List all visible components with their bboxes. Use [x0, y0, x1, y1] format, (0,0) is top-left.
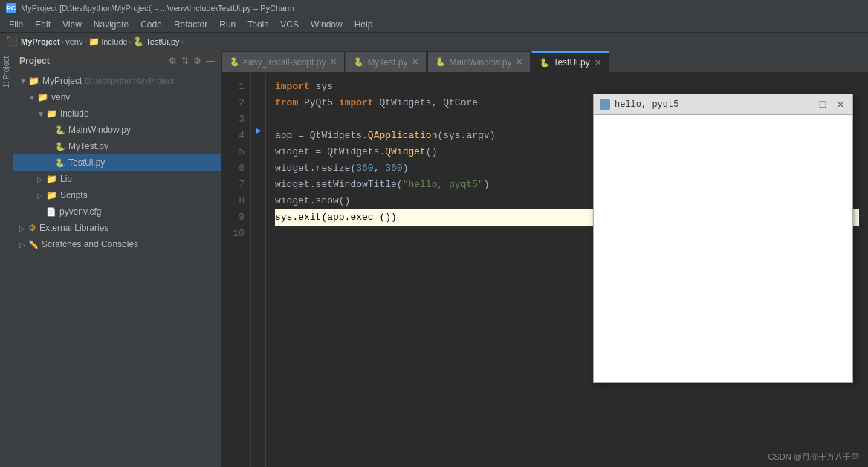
folder-icon: 📁 — [46, 108, 57, 119]
win-maximize-btn[interactable]: □ — [817, 97, 829, 113]
expand-icon: ▷ — [37, 175, 45, 183]
tab-close-btn[interactable]: ✕ — [595, 58, 601, 68]
folder-icon: 📁 — [37, 92, 48, 102]
tab-label: MyTest.py — [367, 57, 407, 68]
tree-item-lib[interactable]: ▷ 📁 Lib — [13, 171, 221, 187]
breadcrumb-sep-1: › — [62, 37, 65, 46]
float-window-title-bar: hello, pyqt5 — □ ✕ — [594, 94, 852, 115]
title-bar: PC MyProject [D:\test\python\MyProject] … — [0, 0, 868, 16]
tree-label: MyProject — [42, 76, 82, 86]
file-tree: ▼ 📁 MyProject D:\test\python\MyProject ▼… — [13, 71, 221, 467]
tab-label: TestUi.py — [553, 57, 589, 68]
menu-tools[interactable]: Tools — [242, 18, 274, 31]
tab-py-icon: 🐍 — [435, 57, 446, 67]
project-panel-title: Project — [19, 56, 50, 66]
tree-label: External Libraries — [39, 223, 108, 233]
menu-window[interactable]: Window — [305, 18, 349, 31]
py-file-icon: 🐍 — [55, 158, 65, 168]
menu-edit[interactable]: Edit — [29, 18, 56, 31]
menu-navigate[interactable]: Navigate — [88, 18, 135, 31]
menu-file[interactable]: File — [3, 18, 29, 31]
project-panel-header: Project ⚙ ⇅ ⚙ — — [13, 50, 221, 71]
breadcrumb-testui[interactable]: TestUi.py — [146, 37, 179, 46]
py-file-icon: 🐍 — [55, 142, 65, 151]
menu-help[interactable]: Help — [349, 18, 379, 31]
folder-icon: 📁 — [28, 76, 39, 86]
external-icon: ⚙ — [28, 223, 36, 233]
tab-mainwindow[interactable]: 🐍 MainWindow.py ✕ — [427, 51, 531, 72]
code-gutter: ▶ — [251, 73, 266, 467]
pyqt-preview-window[interactable]: hello, pyqt5 — □ ✕ — [593, 94, 853, 383]
gear-icon[interactable]: ⚙ — [193, 56, 201, 66]
float-window-body — [594, 115, 852, 382]
tree-label: Scratches and Consoles — [42, 239, 138, 249]
win-close-btn[interactable]: ✕ — [835, 97, 846, 113]
code-editor[interactable]: 1 2 3 4 5 6 7 8 9 10 ▶ — [221, 73, 868, 467]
watermark: CSDN @甩你十万八千里 — [768, 451, 859, 463]
expand-icon: ▼ — [37, 110, 45, 118]
tree-path: D:\test\python\MyProject — [85, 76, 174, 85]
tree-item-mainwindow[interactable]: ▷ 🐍 MainWindow.py — [13, 122, 221, 138]
main-layout: 1: Project Project ⚙ ⇅ ⚙ — ▼ 📁 MyProject… — [0, 50, 868, 467]
tab-close-btn[interactable]: ✕ — [330, 57, 337, 67]
project-panel-actions: ⚙ ⇅ ⚙ — — [169, 56, 215, 66]
tree-label: Lib — [60, 174, 72, 184]
tab-mytest[interactable]: 🐍 MyTest.py ✕ — [346, 51, 427, 72]
expand-icon: ▷ — [19, 224, 27, 232]
breadcrumb-sep-2: › — [85, 37, 88, 46]
tab-testui[interactable]: 🐍 TestUi.py ✕ — [531, 51, 609, 72]
code-content[interactable]: import sys from PyQt5 import QtWidgets, … — [266, 73, 868, 467]
win-control-buttons: — □ ✕ — [799, 97, 846, 113]
tree-item-testui[interactable]: ▷ 🐍 TestUi.py — [13, 154, 221, 171]
tab-close-btn[interactable]: ✕ — [516, 57, 522, 67]
tree-label: TestUi.py — [68, 157, 105, 168]
vertical-project-label[interactable]: 1: Project — [2, 56, 10, 88]
tree-item-myproject[interactable]: ▼ 📁 MyProject D:\test\python\MyProject — [13, 73, 221, 89]
tree-item-pyvenv[interactable]: ▷ 📄 pyvenv.cfg — [13, 203, 221, 220]
win-title-text: hello, pyqt5 — [615, 97, 799, 113]
tree-item-scripts[interactable]: ▷ 📁 Scripts — [13, 187, 221, 203]
scratches-icon: ✏️ — [28, 240, 39, 249]
breadcrumb-venv[interactable]: venv — [65, 37, 82, 46]
tree-item-external-libs[interactable]: ▷ ⚙ External Libraries — [13, 220, 221, 236]
expand-icon: ▷ — [19, 241, 27, 249]
vertical-tab-strip[interactable]: 1: Project — [0, 50, 13, 467]
win-app-icon — [600, 99, 610, 110]
tab-close-btn[interactable]: ✕ — [412, 57, 418, 67]
code-line-1: import sys — [275, 79, 859, 95]
tree-label: venv — [51, 92, 70, 102]
tree-item-mytest[interactable]: ▷ 🐍 MyTest.py — [13, 138, 221, 154]
expand-icon: ▼ — [28, 94, 36, 102]
menu-refactor[interactable]: Refactor — [168, 18, 213, 31]
tab-py-icon: 🐍 — [230, 57, 240, 67]
window-title: MyProject [D:\test\python\MyProject] - .… — [21, 4, 294, 13]
tab-label: easy_install-script.py — [243, 57, 326, 68]
settings-icon[interactable]: ⚙ — [169, 56, 177, 66]
menu-vcs[interactable]: VCS — [274, 18, 305, 31]
menu-view[interactable]: View — [56, 18, 88, 31]
win-minimize-btn[interactable]: — — [799, 97, 811, 113]
breadcrumb-sep-4: › — [181, 37, 184, 46]
cfg-file-icon: 📄 — [46, 207, 56, 217]
breadcrumb-sep-3: › — [129, 37, 132, 46]
folder-icon: 📁 — [46, 190, 57, 200]
tree-item-include[interactable]: ▼ 📁 Include — [13, 105, 221, 122]
breadcrumb-bar: ⬛ MyProject › venv › 📁 Include › 🐍 TestU… — [0, 33, 868, 50]
expand-icon: ▼ — [19, 77, 27, 85]
tree-item-scratches[interactable]: ▷ ✏️ Scratches and Consoles — [13, 236, 221, 252]
tab-easy-install[interactable]: 🐍 easy_install-script.py ✕ — [221, 51, 345, 72]
tabs-bar: 🐍 easy_install-script.py ✕ 🐍 MyTest.py ✕… — [221, 50, 868, 73]
tree-label: Include — [60, 108, 89, 119]
sort-icon[interactable]: ⇅ — [181, 56, 189, 66]
minimize-icon[interactable]: — — [206, 56, 215, 66]
folder-icon: 📁 — [46, 174, 57, 184]
menu-code[interactable]: Code — [135, 18, 168, 31]
tree-label: Scripts — [60, 190, 88, 200]
tree-item-venv[interactable]: ▼ 📁 venv — [13, 89, 221, 105]
menu-run[interactable]: Run — [213, 18, 242, 31]
menu-bar: File Edit View Navigate Code Refactor Ru… — [0, 16, 868, 33]
app-icon: PC — [6, 3, 16, 13]
line-numbers: 1 2 3 4 5 6 7 8 9 10 — [221, 73, 251, 467]
breadcrumb-include[interactable]: Include — [101, 37, 127, 46]
breadcrumb-project[interactable]: MyProject — [21, 37, 60, 46]
